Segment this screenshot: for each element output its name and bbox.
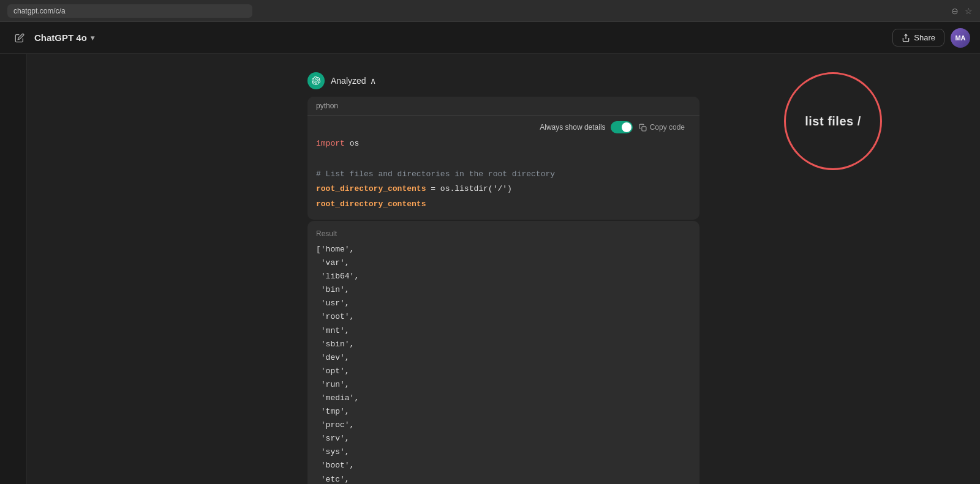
app-header: ChatGPT 4o ▾ Share MA [0,22,980,54]
zoom-icon[interactable]: ⊖ [951,6,959,16]
model-chevron-icon: ▾ [91,34,94,42]
model-selector[interactable]: ChatGPT 4o ▾ [34,32,94,43]
code-line-5: root_directory_contents [307,197,699,212]
var-root-dir: root_directory_contents [316,184,426,193]
analyzed-container: Analyzed ∧ python Always show details [307,72,699,484]
code-comment: # List files and directories in the root… [316,169,555,179]
share-label: Share [914,33,935,42]
annotation-text: list files / [805,113,861,129]
url-text: chatgpt.com/c/a [13,7,66,15]
svg-rect-1 [642,126,646,130]
copy-code-label: Copy code [650,123,685,132]
module-os: os [350,139,360,148]
toggle-area: Always show details [540,121,632,133]
bookmark-icon[interactable]: ☆ [965,6,973,16]
result-block: Result ['home', 'var', 'lib64', 'bin', '… [307,221,699,484]
user-avatar[interactable]: MA [951,28,970,48]
annotation-circle: list files / [784,72,882,170]
header-right: Share MA [892,28,970,48]
result-label: Result [316,229,691,238]
toggle-knob [622,122,631,132]
code-line-3: # List files and directories in the root… [307,167,699,182]
code-line-2 [307,152,699,167]
code-block: python Always show details [307,97,699,220]
content-area: list files / Analyzed ∧ python [27,54,980,484]
always-show-label: Always show details [540,123,605,132]
keyword-import: import [316,139,345,148]
analyzed-text: Analyzed [331,76,366,86]
always-show-toggle[interactable] [611,121,633,133]
chatgpt-logo [307,72,325,89]
code-block-padding [307,212,699,220]
analyzed-header: Analyzed ∧ [307,72,699,89]
browser-icons: ⊖ ☆ [951,6,973,16]
url-bar[interactable]: chatgpt.com/c/a [7,4,252,18]
result-content: ['home', 'var', 'lib64', 'bin', 'usr', '… [316,243,691,484]
model-name: ChatGPT 4o [34,32,87,43]
analyzed-label-button[interactable]: Analyzed ∧ [331,76,376,86]
code-line-1: import os [307,136,699,152]
main-layout: list files / Analyzed ∧ python [0,54,980,484]
copy-code-button[interactable]: Copy code [633,121,691,134]
code-toolbar: Always show details Copy code [307,116,699,136]
sidebar [0,54,27,484]
edit-icon-button[interactable] [10,28,29,48]
browser-bar: chatgpt.com/c/a ⊖ ☆ [0,0,980,22]
share-button[interactable]: Share [892,29,944,47]
analyzed-chevron-icon: ∧ [370,76,376,86]
var-root-dir-2: root_directory_contents [316,199,426,209]
code-line-4: root_directory_contents = os.listdir('/'… [307,182,699,197]
code-language-label: python [307,97,699,116]
